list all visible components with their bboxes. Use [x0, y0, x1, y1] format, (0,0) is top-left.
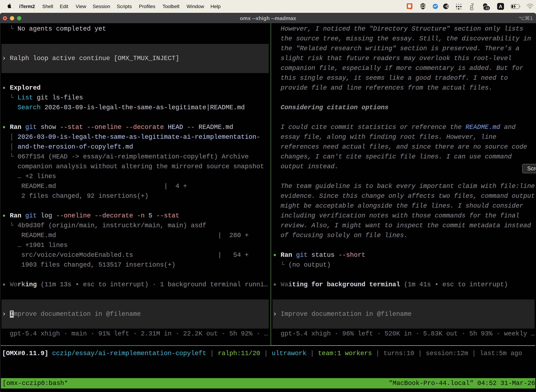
svg-text:A: A [499, 4, 502, 9]
svg-text:..61: ..61 [484, 7, 489, 10]
